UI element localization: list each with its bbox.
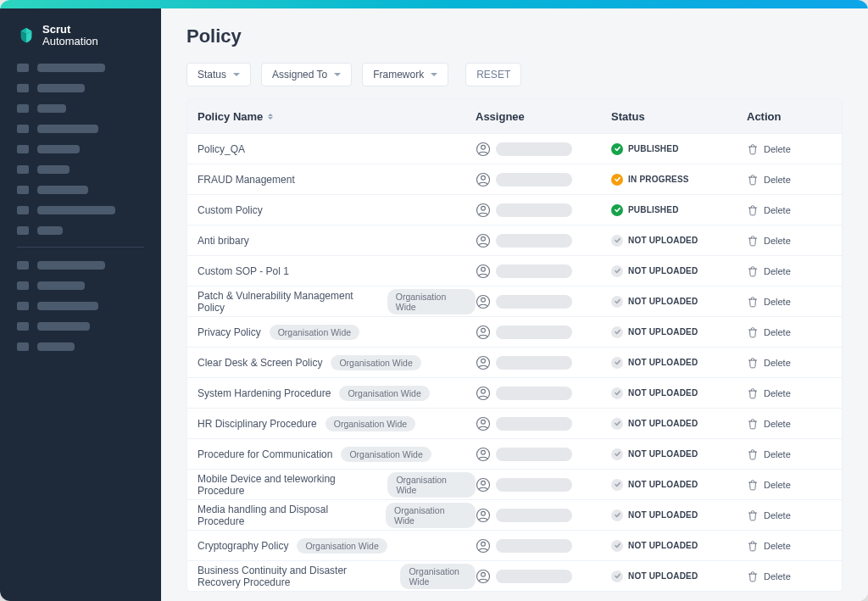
org-wide-tag: Organisation Wide — [386, 503, 476, 528]
filter-framework-label: Framework — [373, 69, 424, 81]
table-row[interactable]: Anti bribaryNOT UPLOADEDDelete — [187, 225, 842, 255]
delete-action[interactable]: Delete — [747, 235, 832, 247]
trash-icon — [747, 387, 759, 399]
assignee-placeholder — [496, 539, 572, 553]
assignee-placeholder — [496, 326, 572, 339]
status-text: NOT UPLOADED — [628, 236, 698, 245]
table-row[interactable]: Cryptography PolicyOrganisation WideNOT … — [187, 530, 842, 560]
nav-label-placeholder — [37, 342, 75, 351]
reset-label: RESET — [476, 69, 510, 81]
sidebar-item[interactable] — [17, 302, 144, 310]
delete-label: Delete — [764, 510, 791, 520]
delete-label: Delete — [764, 358, 791, 368]
table-row[interactable]: System Hardening ProcedureOrganisation W… — [187, 377, 842, 408]
nav-label-placeholder — [37, 206, 115, 214]
reset-button[interactable]: RESET — [465, 63, 521, 86]
trash-icon — [747, 418, 759, 430]
status-text: NOT UPLOADED — [628, 297, 698, 306]
filter-assigned[interactable]: Assigned To — [261, 63, 352, 86]
cell-policy-name: FRAUD Management — [198, 174, 476, 186]
filter-status[interactable]: Status — [186, 63, 251, 86]
delete-action[interactable]: Delete — [747, 448, 832, 460]
nav-icon — [17, 186, 29, 194]
nav-icon — [17, 84, 29, 92]
svg-point-25 — [481, 511, 486, 515]
status-text: NOT UPLOADED — [628, 388, 698, 398]
delete-action[interactable]: Delete — [747, 204, 832, 216]
table-row[interactable]: Custom PolicyPUBLISHEDDelete — [187, 194, 842, 225]
cell-assignee — [476, 264, 611, 279]
sidebar-item[interactable] — [17, 186, 144, 194]
nav-icon — [17, 302, 29, 310]
delete-action[interactable]: Delete — [747, 174, 832, 186]
nav-label-placeholder — [37, 226, 63, 235]
delete-action[interactable]: Delete — [747, 143, 832, 155]
delete-action[interactable]: Delete — [747, 479, 832, 491]
user-icon — [476, 508, 491, 523]
sidebar-nav-section-1 — [0, 64, 161, 235]
delete-action[interactable]: Delete — [747, 387, 832, 399]
col-assignee-label: Assignee — [476, 110, 525, 123]
sidebar-item[interactable] — [17, 104, 144, 113]
svg-point-21 — [481, 450, 486, 454]
cell-policy-name: Mobile Device and teleworking ProcedureO… — [198, 472, 476, 498]
delete-action[interactable]: Delete — [747, 540, 832, 552]
table-row[interactable]: Mobile Device and teleworking ProcedureO… — [187, 469, 842, 499]
sidebar-divider — [17, 247, 144, 248]
table-row[interactable]: FRAUD ManagementIN PROGRESSDelete — [187, 164, 842, 194]
delete-action[interactable]: Delete — [747, 418, 832, 430]
delete-action[interactable]: Delete — [747, 326, 832, 338]
org-wide-tag: Organisation Wide — [297, 538, 387, 554]
sidebar-item[interactable] — [17, 342, 144, 351]
table-row[interactable]: Patch & Vulnerability Management PolicyO… — [187, 286, 842, 316]
nav-icon — [17, 281, 29, 290]
status-check-icon — [611, 448, 623, 460]
app-window: Scrut Automation Policy Status Assigned … — [0, 0, 868, 601]
svg-point-27 — [481, 542, 486, 546]
delete-action[interactable]: Delete — [747, 265, 832, 277]
table-header: Policy Name Assignee Status Action — [187, 99, 842, 133]
nav-label-placeholder — [37, 104, 66, 113]
sidebar-item[interactable] — [17, 226, 144, 235]
delete-action[interactable]: Delete — [747, 296, 832, 308]
table-row[interactable]: Procedure for CommunicationOrganisation … — [187, 438, 842, 469]
policy-name-text: Anti bribary — [198, 235, 249, 247]
sidebar-item[interactable] — [17, 281, 144, 290]
nav-icon — [17, 64, 29, 72]
delete-action[interactable]: Delete — [747, 570, 832, 582]
policy-name-text: Custom SOP - Pol 1 — [198, 265, 289, 277]
brand-mark-icon — [17, 26, 36, 45]
cell-status: NOT UPLOADED — [611, 448, 747, 460]
trash-icon — [747, 174, 759, 186]
delete-action[interactable]: Delete — [747, 509, 832, 521]
sidebar-item[interactable] — [17, 145, 144, 153]
sidebar-item[interactable] — [17, 84, 144, 92]
sidebar-item[interactable] — [17, 125, 144, 133]
cell-status: PUBLISHED — [611, 204, 747, 216]
nav-icon — [17, 261, 29, 270]
user-icon — [476, 203, 491, 218]
col-policy-name[interactable]: Policy Name — [198, 110, 476, 123]
cell-assignee — [476, 142, 611, 157]
table-row[interactable]: HR Disciplinary ProcedureOrganisation Wi… — [187, 408, 842, 438]
table-row[interactable]: Clear Desk & Screen PolicyOrganisation W… — [187, 347, 842, 377]
table-row[interactable]: Business Continuity and Disaster Recover… — [187, 560, 842, 591]
cell-policy-name: HR Disciplinary ProcedureOrganisation Wi… — [198, 416, 476, 431]
sidebar-item[interactable] — [17, 322, 144, 331]
sidebar-item[interactable] — [17, 261, 144, 270]
table-row[interactable]: Policy_QAPUBLISHEDDelete — [187, 133, 842, 164]
sidebar-item[interactable] — [17, 206, 144, 214]
table-row[interactable]: Custom SOP - Pol 1NOT UPLOADEDDelete — [187, 255, 842, 286]
delete-action[interactable]: Delete — [747, 357, 832, 369]
table-row[interactable]: Privacy PolicyOrganisation WideNOT UPLOA… — [187, 316, 842, 347]
nav-icon — [17, 206, 29, 214]
status-text: NOT UPLOADED — [628, 358, 698, 367]
cell-status: PUBLISHED — [611, 143, 747, 155]
status-text: NOT UPLOADED — [628, 541, 698, 550]
status-check-icon — [611, 174, 623, 186]
table-row[interactable]: Media handling and Disposal ProcedureOrg… — [187, 499, 842, 530]
filter-framework[interactable]: Framework — [362, 63, 448, 86]
sidebar-item[interactable] — [17, 165, 144, 174]
sidebar-item[interactable] — [17, 64, 144, 72]
cell-policy-name: Media handling and Disposal ProcedureOrg… — [198, 503, 476, 528]
